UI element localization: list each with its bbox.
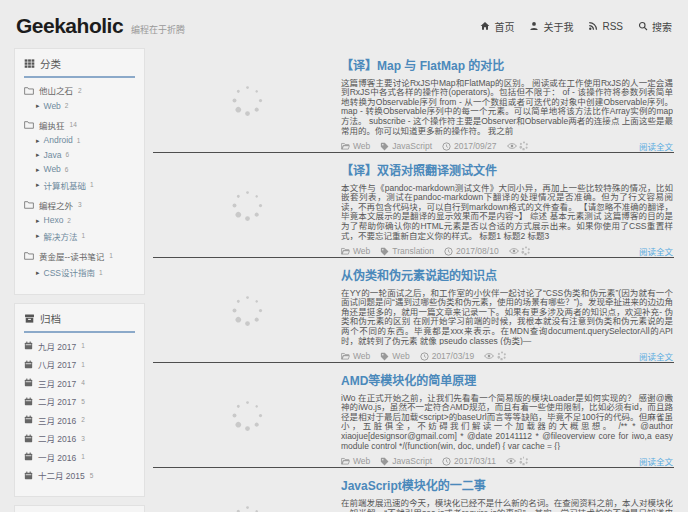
category-subitem[interactable]: ▸ Java6 bbox=[36, 150, 135, 160]
category-item[interactable]: 编程之外3 bbox=[24, 199, 135, 211]
post-tag[interactable]: Web bbox=[380, 351, 409, 361]
nav-about[interactable]: 关于我 bbox=[529, 19, 573, 34]
folder-open-icon bbox=[341, 247, 350, 255]
archive-item[interactable]: 九月 20171 bbox=[24, 340, 135, 352]
tag-icon bbox=[380, 142, 389, 151]
post-thumbnail[interactable] bbox=[153, 468, 341, 512]
calendar-icon bbox=[24, 434, 33, 443]
category-subitem[interactable]: ▸ 计算机基础1 bbox=[36, 179, 135, 191]
page: Geekaholic 编程在于折腾 首页 关于我 RSS bbox=[0, 0, 688, 512]
brand: Geekaholic 编程在于折腾 bbox=[16, 14, 185, 38]
widget-categories: 分类 他山之石2 ▸ Web2 bbox=[14, 48, 145, 295]
read-more-link[interactable]: 阅读全文 bbox=[639, 350, 673, 362]
post-tag[interactable]: Translation bbox=[380, 246, 434, 256]
category-subitem[interactable]: ▸ Android1 bbox=[36, 135, 135, 145]
post-title[interactable]: AMD等模块化的简单原理 bbox=[341, 371, 673, 388]
post-thumbnail[interactable] bbox=[153, 48, 341, 152]
caret-right-icon: ▸ bbox=[36, 181, 40, 188]
clock-icon bbox=[442, 457, 451, 466]
archive-item[interactable]: 一月 20161 bbox=[24, 451, 135, 463]
post-tag[interactable]: JavaScript bbox=[380, 141, 432, 151]
folder-open-icon bbox=[341, 142, 350, 150]
post-meta: Web JavaScript 2017/09/27 bbox=[341, 140, 673, 152]
post-views bbox=[507, 142, 529, 151]
category-group: 黄金屋--读书笔记1 ▸ CSS设计指南1 bbox=[24, 250, 135, 279]
archive-item[interactable]: 三月 20162 bbox=[24, 414, 135, 426]
post-category[interactable]: Web bbox=[341, 246, 370, 256]
folder-icon bbox=[24, 120, 34, 129]
category-item[interactable]: 编执狂14 bbox=[24, 119, 135, 131]
loading-spinner bbox=[231, 504, 263, 512]
calendar-icon bbox=[24, 415, 33, 424]
post-thumbnail[interactable] bbox=[153, 363, 341, 467]
read-more-link[interactable]: 阅读全文 bbox=[639, 455, 673, 467]
category-item[interactable]: 他山之石2 bbox=[24, 84, 135, 96]
post-excerpt: 这篇博客主要讨论RxJS中Map和FlatMap的区别。 阅读或在工作使用RxJ… bbox=[341, 79, 673, 135]
loading-spinner bbox=[497, 352, 506, 361]
post-title[interactable]: 【译】双语对照翻译测试文件 bbox=[341, 161, 673, 178]
post-category[interactable]: Web bbox=[341, 141, 370, 151]
widget-popular: 热门文章 bbox=[14, 505, 145, 512]
nav-search[interactable]: 搜索 bbox=[638, 19, 672, 34]
post-meta: Web Translation 2017/08/10 bbox=[341, 245, 673, 257]
eye-icon bbox=[484, 352, 494, 360]
home-icon bbox=[480, 21, 490, 31]
caret-right-icon: ▸ bbox=[36, 102, 40, 109]
post-meta: Web JavaScript 2017/03/11 bbox=[341, 455, 673, 467]
archives-title-label: 归档 bbox=[40, 311, 61, 326]
archive-item[interactable]: 八月 20171 bbox=[24, 358, 135, 370]
archive-item[interactable]: 二月 20175 bbox=[24, 395, 135, 407]
caret-right-icon: ▸ bbox=[36, 137, 40, 144]
loading-spinner bbox=[231, 84, 263, 116]
post-excerpt: 在前端发展迅速的今天，模块化已经不是什么新的名词。在查阅资料之前，本人对模块化一… bbox=[341, 499, 673, 512]
folder-open-icon bbox=[341, 352, 350, 360]
post-category[interactable]: Web bbox=[341, 456, 370, 466]
main-nav: 首页 关于我 RSS 搜索 bbox=[480, 19, 672, 34]
post-title[interactable]: 【译】Map 与 FlatMap 的对比 bbox=[341, 56, 673, 73]
category-count: 1 bbox=[109, 252, 113, 259]
site-logo[interactable]: Geekaholic bbox=[16, 14, 123, 38]
calendar-icon bbox=[24, 378, 33, 387]
calendar-icon bbox=[24, 397, 33, 406]
post-meta: Web Web 2017/03/19 bbox=[341, 350, 673, 362]
category-subitem[interactable]: ▸ Hexo2 bbox=[36, 215, 135, 225]
read-more-link[interactable]: 阅读全文 bbox=[639, 245, 673, 257]
caret-right-icon: ▸ bbox=[36, 151, 40, 158]
site-header: Geekaholic 编程在于折腾 首页 关于我 RSS bbox=[14, 10, 674, 48]
post-tag[interactable]: JavaScript bbox=[380, 456, 432, 466]
caret-right-icon: ▸ bbox=[36, 232, 40, 239]
eye-icon bbox=[507, 142, 517, 150]
calendar-icon bbox=[24, 452, 33, 461]
post-category[interactable]: Web bbox=[341, 351, 370, 361]
archive-item[interactable]: 二月 20163 bbox=[24, 432, 135, 444]
read-more-link[interactable]: 阅读全文 bbox=[639, 140, 673, 152]
category-subitem[interactable]: ▸ 解决方法1 bbox=[36, 230, 135, 242]
category-subitem[interactable]: ▸ CSS设计指南1 bbox=[36, 266, 135, 278]
post-thumbnail[interactable] bbox=[153, 153, 341, 257]
folder-icon bbox=[24, 86, 34, 95]
post-date: 2017/03/19 bbox=[420, 351, 475, 361]
nav-rss[interactable]: RSS bbox=[588, 21, 623, 32]
nav-home[interactable]: 首页 bbox=[480, 19, 514, 34]
folder-icon bbox=[24, 251, 34, 260]
caret-right-icon: ▸ bbox=[36, 166, 40, 173]
category-subitem[interactable]: ▸ Web6 bbox=[36, 164, 135, 174]
loading-spinner bbox=[231, 399, 263, 431]
widget-archives: 归档 九月 20171 八月 20171 三月 20174 二月 20175 bbox=[14, 303, 145, 497]
post-item: 【译】双语对照翻译测试文件 本文件与《pandoc-markdown测试文件》大… bbox=[153, 153, 674, 258]
post-title[interactable]: JavaScript模块化的一二事 bbox=[341, 476, 673, 493]
archive-item[interactable]: 十二月 20155 bbox=[24, 469, 135, 481]
post-excerpt: iWo 在正式开始之前，让我们先看看一个简易版的模块Loader是如何实现的？ … bbox=[341, 394, 673, 450]
category-group: 编程之外3 ▸ Hexo2 ▸ 解决方法1 bbox=[24, 199, 135, 242]
search-icon bbox=[638, 21, 648, 31]
category-item[interactable]: 黄金屋--读书笔记1 bbox=[24, 250, 135, 262]
post-item: 【译】Map 与 FlatMap 的对比 这篇博客主要讨论RxJS中Map和Fl… bbox=[153, 48, 674, 153]
post-thumbnail[interactable] bbox=[153, 258, 341, 362]
category-subitem[interactable]: ▸ Web2 bbox=[36, 101, 135, 111]
post-date: 2017/03/11 bbox=[442, 456, 496, 466]
post-title[interactable]: 从伪类和伪元素说起的知识点 bbox=[341, 266, 673, 283]
calendar-icon bbox=[24, 341, 33, 350]
post-excerpt: 在YY的一轮面试之后，和工作室的小伙伴一起讨论了“CSS伪类和伪元素”(因为就有… bbox=[341, 289, 673, 345]
archive-item[interactable]: 三月 20174 bbox=[24, 377, 135, 389]
category-group: 他山之石2 ▸ Web2 bbox=[24, 84, 135, 111]
